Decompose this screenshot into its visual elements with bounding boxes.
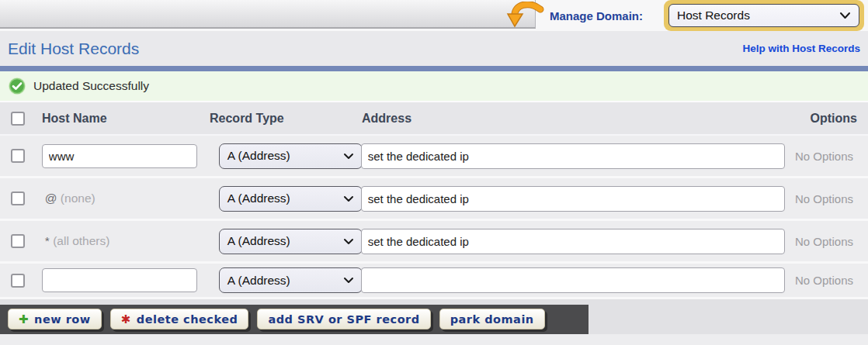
- footer-bar: ✚ new row ✱ delete checked add SRV or SP…: [0, 299, 868, 334]
- record-type-value: A (Address): [227, 191, 290, 205]
- table-row: * (all others) A (Address) No Options: [0, 221, 868, 264]
- address-input[interactable]: [361, 143, 785, 169]
- chevron-down-icon: [343, 153, 354, 160]
- record-type-select[interactable]: A (Address): [219, 143, 363, 169]
- success-check-icon: [8, 77, 26, 95]
- host-name-header: Host Name: [42, 112, 210, 126]
- host-name-hint: (none): [61, 191, 95, 205]
- chevron-down-icon: [839, 12, 851, 19]
- page-header: Edit Host Records Help with Host Records: [0, 31, 868, 66]
- chevron-down-icon: [343, 238, 354, 245]
- select-all-cell: [0, 112, 42, 126]
- manage-domain-select-value: Host Records: [677, 9, 750, 22]
- topbar-gray-panel: [0, 0, 536, 29]
- address-input[interactable]: [361, 186, 785, 212]
- address-input[interactable]: [361, 229, 785, 254]
- park-domain-button[interactable]: park domain: [439, 309, 545, 329]
- delete-checked-label: delete checked: [137, 313, 238, 326]
- record-type-value: A (Address): [227, 234, 290, 248]
- table-row: A (Address) No Options: [0, 136, 868, 178]
- status-message: Updated Successfully: [33, 79, 149, 93]
- help-link[interactable]: Help with Host Records: [742, 43, 860, 54]
- top-bar: Manage Domain: Host Records: [0, 0, 868, 31]
- table-row: A (Address) No Options: [0, 264, 868, 299]
- record-type-select[interactable]: A (Address): [219, 186, 363, 212]
- host-name-label: @: [45, 191, 57, 205]
- record-type-value: A (Address): [227, 274, 290, 288]
- record-type-select[interactable]: A (Address): [219, 267, 363, 293]
- host-name-input[interactable]: [42, 268, 197, 292]
- manage-domain-group: Manage Domain: Host Records: [505, 0, 868, 31]
- delete-icon: ✱: [121, 312, 131, 326]
- chevron-down-icon: [343, 195, 354, 202]
- curved-arrow-icon: [505, 2, 545, 29]
- address-input[interactable]: [361, 267, 785, 293]
- row-checkbox[interactable]: [11, 234, 25, 248]
- table-row: @ (none) A (Address) No Options: [0, 178, 868, 221]
- header-divider: [0, 66, 868, 71]
- options-value: No Options: [795, 234, 857, 249]
- new-row-button[interactable]: ✚ new row: [8, 309, 102, 329]
- record-type-select[interactable]: A (Address): [219, 229, 363, 254]
- button-strip: ✚ new row ✱ delete checked add SRV or SP…: [0, 305, 589, 334]
- address-header: Address: [362, 112, 798, 126]
- row-checkbox[interactable]: [11, 149, 25, 163]
- host-name-label: *: [45, 234, 50, 247]
- manage-domain-select[interactable]: Host Records: [668, 4, 859, 27]
- plus-icon: ✚: [19, 312, 29, 326]
- new-row-label: new row: [34, 313, 91, 326]
- add-srv-spf-button[interactable]: add SRV or SPF record: [257, 309, 430, 329]
- record-type-header: Record Type: [210, 112, 362, 126]
- domain-select-highlight: Host Records: [664, 0, 864, 31]
- table-header-row: Host Name Record Type Address Options: [0, 102, 868, 136]
- host-name-hint: (all others): [53, 234, 109, 247]
- row-checkbox[interactable]: [11, 274, 25, 288]
- options-header: Options: [798, 112, 868, 126]
- options-value: No Options: [795, 191, 857, 206]
- row-checkbox[interactable]: [11, 191, 25, 205]
- chevron-down-icon: [343, 277, 354, 284]
- record-type-value: A (Address): [227, 149, 290, 163]
- options-value: No Options: [795, 149, 857, 164]
- delete-checked-button[interactable]: ✱ delete checked: [110, 309, 249, 329]
- page-title: Edit Host Records: [8, 40, 139, 58]
- manage-domain-label: Manage Domain:: [550, 9, 643, 22]
- host-name-input[interactable]: [42, 144, 197, 168]
- park-domain-label: park domain: [450, 313, 534, 326]
- status-bar: Updated Successfully: [0, 71, 868, 102]
- select-all-checkbox[interactable]: [11, 112, 25, 126]
- options-value: No Options: [795, 273, 857, 288]
- add-srv-spf-label: add SRV or SPF record: [268, 313, 419, 326]
